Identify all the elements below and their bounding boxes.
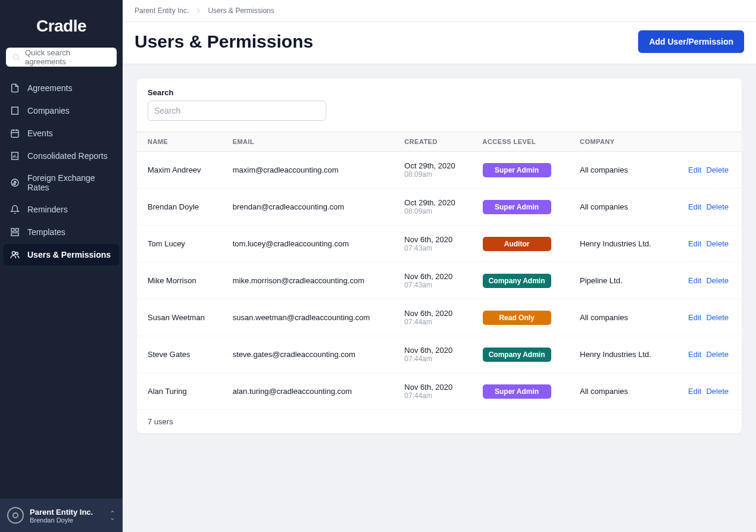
cell-email: brendan@cradleaccounting.com [222,189,394,226]
page-header: Users & Permissions Add User/Permission [123,22,756,64]
cell-name: Tom Lucey [137,226,222,262]
delete-link[interactable]: Delete [704,350,731,359]
sidebar-item-label: Events [27,129,53,138]
sidebar: Cradle Quick search agreements Agreement… [0,0,123,532]
search-input[interactable] [148,101,326,121]
cell-created: Nov 6th, 202007:43am [393,262,471,299]
sidebar-item-companies[interactable]: Companies [4,100,119,121]
cell-company: All companies [569,373,670,410]
cell-created: Oct 29th, 202008:09am [393,152,471,189]
app-logo: Cradle [0,0,123,48]
col-email[interactable]: Email [222,132,394,152]
account-switcher[interactable]: Parent Entity Inc. Brendan Doyle ⌃⌃ [0,499,123,532]
access-badge: Super Admin [483,200,551,214]
sidebar-item-label: Consolidated Reports [27,151,108,161]
bell-icon [10,204,20,215]
cell-name: Maxim Andreev [137,152,222,189]
cell-created: Nov 6th, 202007:44am [393,336,471,373]
cell-company: Henry Industries Ltd. [569,336,670,373]
cell-company: All companies [569,189,670,226]
quick-search-placeholder: Quick search agreements [25,48,112,66]
sidebar-item-events[interactable]: Events [4,123,119,144]
sidebar-item-label: Users & Permissions [27,250,111,259]
edit-link[interactable]: Edit [686,350,704,359]
cell-name: Mike Morrison [137,262,222,299]
add-user-button[interactable]: Add User/Permission [638,30,744,53]
chevron-right-icon [193,6,203,15]
quick-search[interactable]: Quick search agreements [6,48,117,67]
template-icon [10,227,20,237]
table-footer: 7 users [137,410,742,433]
sidebar-item-reminders[interactable]: Reminders [4,199,119,220]
svg-rect-2 [12,107,18,114]
svg-rect-17 [15,229,18,231]
table-row: Brendan Doylebrendan@cradleaccounting.co… [137,189,742,226]
svg-line-1 [18,59,20,61]
col-access[interactable]: Access Level [472,132,569,152]
cell-company: All companies [569,152,670,189]
cell-access: Read Only [472,299,569,336]
cell-name: Steve Gates [137,336,222,373]
sidebar-item-label: Agreements [27,83,72,93]
sidebar-item-agreements[interactable]: Agreements [4,77,119,99]
delete-link[interactable]: Delete [704,165,731,174]
table-row: Tom Luceytom.lucey@cradleaccounting.comN… [137,226,742,262]
sidebar-item-label: Foreign Exchange Rates [27,173,113,192]
edit-link[interactable]: Edit [686,276,704,285]
access-badge: Super Admin [483,384,551,399]
users-icon [10,249,20,260]
table-row: Susan Weetmansusan.weetman@cradleaccount… [137,299,742,336]
access-badge: Super Admin [483,163,551,177]
sidebar-item-templates[interactable]: Templates [4,221,119,243]
cell-email: maxim@cradleaccounting.com [222,152,394,189]
search-label: Search [148,88,731,97]
sidebar-item-label: Companies [27,106,70,115]
document-icon [10,83,20,93]
table-row: Mike Morrisonmike.morrison@cradleaccount… [137,262,742,299]
cell-access: Super Admin [472,189,569,226]
cell-access: Company Admin [472,262,569,299]
sidebar-item-foreign-exchange-rates[interactable]: Foreign Exchange Rates [4,168,119,198]
breadcrumb-current: Users & Permissions [208,7,274,15]
edit-link[interactable]: Edit [686,165,704,174]
cell-email: mike.morrison@cradleaccounting.com [222,262,394,299]
calendar-icon [10,128,20,139]
delete-link[interactable]: Delete [704,313,731,322]
cell-access: Super Admin [472,373,569,410]
updown-icon: ⌃⌃ [110,512,115,519]
cell-name: Alan Turing [137,373,222,410]
sidebar-item-users-permissions[interactable]: Users & Permissions [4,244,119,265]
svg-point-19 [12,252,15,255]
delete-link[interactable]: Delete [704,239,731,248]
edit-link[interactable]: Edit [686,202,704,211]
col-name[interactable]: Name [137,132,222,152]
cell-access: Super Admin [472,152,569,189]
svg-rect-16 [11,229,14,231]
col-created[interactable]: Created [393,132,471,152]
cell-email: tom.lucey@cradleaccounting.com [222,226,394,262]
cell-created: Nov 6th, 202007:44am [393,299,471,336]
sidebar-item-consolidated-reports[interactable]: Consolidated Reports [4,145,119,167]
edit-link[interactable]: Edit [686,313,704,322]
search-icon [11,52,21,62]
footer-user: Brendan Doyle [30,517,93,524]
svg-point-0 [13,54,18,59]
cell-company: All companies [569,299,670,336]
delete-link[interactable]: Delete [704,387,731,396]
delete-link[interactable]: Delete [704,276,731,285]
cell-created: Nov 6th, 202007:43am [393,226,471,262]
users-card: Search Name Email Created Access Level C… [137,79,742,433]
building-icon [10,105,20,116]
edit-link[interactable]: Edit [686,387,704,396]
currency-icon [10,177,20,188]
cell-company: Henry Industries Ltd. [569,226,670,262]
access-badge: Auditor [483,237,551,251]
cell-created: Nov 6th, 202007:44am [393,373,471,410]
svg-point-20 [15,252,18,255]
edit-link[interactable]: Edit [686,239,704,248]
access-badge: Read Only [483,311,551,325]
delete-link[interactable]: Delete [704,202,731,211]
col-company[interactable]: Company [569,132,670,152]
table-row: Steve Gatessteve.gates@cradleaccounting.… [137,336,742,373]
breadcrumb-root[interactable]: Parent Entity Inc. [135,7,189,15]
